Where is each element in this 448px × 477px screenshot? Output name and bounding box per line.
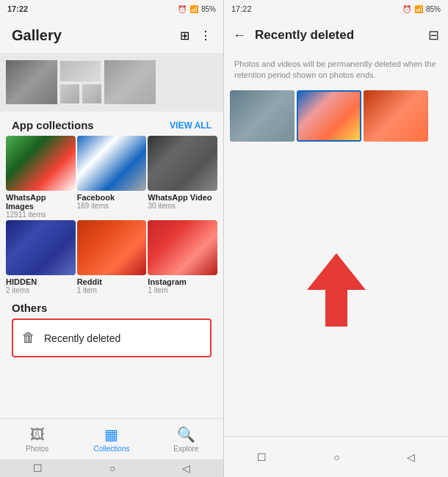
collection-reddit[interactable]: Reddit 1 item: [77, 220, 147, 294]
deleted-photos-grid: [224, 87, 448, 145]
more-options-icon[interactable]: ⋮: [200, 29, 212, 43]
photos-nav-icon: 🖼: [30, 426, 45, 443]
gallery-thumb-group: [60, 61, 101, 103]
bottom-nav-left: 🖼 Photos ▦ Collections 🔍 Explore: [0, 418, 223, 459]
collection-count-6: 1 item: [148, 286, 217, 294]
cthumb-reddit: [77, 220, 147, 275]
gallery-thumb-5[interactable]: [104, 60, 156, 104]
deleted-info-text: Photos and videos will be permanently de…: [224, 53, 448, 87]
collection-count-5: 1 item: [77, 286, 147, 294]
gallery-thumb-3[interactable]: [60, 84, 79, 103]
collection-name-4: HIDDEN: [6, 277, 76, 286]
left-time: 17:22: [7, 4, 28, 13]
right-back-button[interactable]: ◁: [407, 451, 415, 463]
explore-nav-label: Explore: [173, 445, 198, 453]
collection-count-3: 30 items: [148, 202, 217, 210]
right-panel: 17:22 ⏰ 📶 85% ← Recently deleted ⊟ Photo…: [224, 0, 448, 477]
app-collections-header: App collections VIEW ALL: [0, 112, 223, 136]
left-status-icons: ⏰ 📶 85%: [178, 5, 216, 13]
gallery-thumb-1[interactable]: [6, 60, 57, 104]
collection-count-2: 169 items: [77, 202, 147, 210]
alarm-icon: ⏰: [178, 5, 187, 13]
right-status-icons: ⏰ 📶 85%: [402, 5, 441, 13]
deleted-photo-2[interactable]: [297, 90, 361, 142]
cthumb-hidden: [6, 220, 76, 275]
add-folder-icon[interactable]: ⊞: [180, 29, 189, 43]
battery-text: 85%: [201, 5, 216, 13]
signal-icon: 📶: [189, 5, 198, 13]
explore-nav-icon: 🔍: [177, 426, 195, 443]
deleted-photo-3[interactable]: [364, 90, 428, 142]
right-header: ← Recently deleted ⊟: [224, 18, 448, 53]
collection-hidden[interactable]: HIDDEN 2 items: [6, 220, 76, 294]
arrow-container: [224, 145, 448, 436]
collections-grid: WhatsApp Images 12911 items Facebook 169…: [0, 136, 223, 294]
red-arrow-icon: [307, 253, 366, 327]
nav-explore[interactable]: 🔍 Explore: [149, 426, 223, 453]
header-icons: ⊞ ⋮: [180, 29, 212, 43]
view-all-button[interactable]: VIEW ALL: [170, 120, 212, 131]
collection-count-4: 2 items: [6, 286, 76, 294]
home-button[interactable]: ○: [109, 462, 115, 474]
right-square-button[interactable]: ☐: [257, 451, 267, 463]
svg-marker-0: [307, 253, 366, 327]
collection-count-1: 12911 items: [6, 211, 76, 219]
collection-name-3: WhatsApp Video: [148, 193, 217, 202]
collection-instagram[interactable]: Instagram 1 item: [148, 220, 217, 294]
cthumb-whatsapp-video: [148, 136, 217, 191]
collection-name-1: WhatsApp Images: [6, 193, 76, 211]
right-home-button[interactable]: ○: [333, 451, 339, 463]
back-arrow-icon[interactable]: ←: [233, 28, 246, 43]
left-panel: 17:22 ⏰ 📶 85% Gallery ⊞ ⋮ App collection…: [0, 0, 224, 477]
right-status-bar: 17:22 ⏰ 📶 85%: [224, 0, 448, 18]
square-button[interactable]: ☐: [33, 462, 43, 474]
photos-nav-label: Photos: [26, 445, 48, 453]
cthumb-instagram: [148, 220, 217, 275]
collection-facebook[interactable]: Facebook 169 items: [77, 136, 147, 219]
right-time: 17:22: [231, 4, 252, 13]
right-alarm-icon: ⏰: [402, 5, 411, 13]
collection-name-2: Facebook: [77, 193, 147, 202]
collection-name-5: Reddit: [77, 277, 147, 286]
save-to-icon[interactable]: ⊟: [428, 27, 439, 43]
back-button[interactable]: ◁: [182, 462, 190, 474]
nav-photos[interactable]: 🖼 Photos: [0, 426, 74, 453]
left-status-bar: 17:22 ⏰ 📶 85%: [0, 0, 223, 18]
system-nav-left: ☐ ○ ◁: [0, 459, 223, 477]
cthumb-facebook: [77, 136, 147, 191]
collection-whatsapp-images[interactable]: WhatsApp Images 12911 items: [6, 136, 76, 219]
gallery-title: Gallery: [12, 27, 62, 44]
gallery-thumbnails: [0, 53, 223, 112]
collections-nav-icon: ▦: [104, 426, 118, 443]
right-page-title: Recently deleted: [255, 28, 419, 43]
gallery-thumb-4[interactable]: [82, 84, 101, 103]
recently-deleted-row[interactable]: 🗑 Recently deleted: [12, 318, 212, 357]
right-battery: 85%: [426, 5, 441, 13]
trash-icon: 🗑: [22, 330, 35, 346]
nav-collections[interactable]: ▦ Collections: [74, 426, 148, 453]
deleted-photo-1[interactable]: [230, 90, 295, 142]
right-signal-icon: 📶: [414, 5, 423, 13]
gallery-thumb-2[interactable]: [60, 61, 101, 81]
collection-whatsapp-video[interactable]: WhatsApp Video 30 items: [148, 136, 217, 219]
collection-name-6: Instagram: [148, 277, 217, 286]
left-header: Gallery ⊞ ⋮: [0, 18, 223, 53]
app-collections-title: App collections: [12, 119, 94, 131]
recently-deleted-label: Recently deleted: [44, 332, 120, 344]
bottom-nav-right: ☐ ○ ◁: [224, 436, 448, 477]
others-title: Others: [12, 302, 212, 314]
others-section: Others 🗑 Recently deleted: [0, 294, 223, 362]
cthumb-whatsapp-images: [6, 136, 76, 191]
collections-nav-label: Collections: [94, 445, 130, 453]
